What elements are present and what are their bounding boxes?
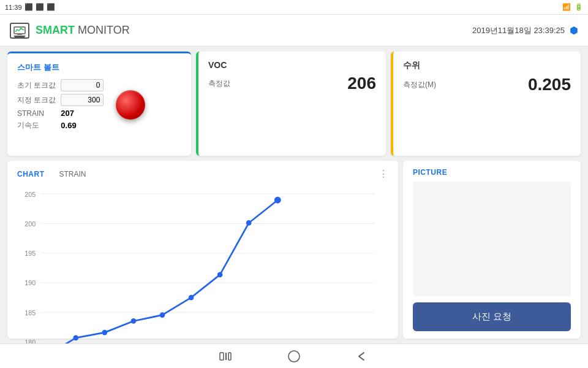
svg-text:205: 205: [24, 191, 36, 198]
chart-header-left: CHART STRAIN: [17, 170, 86, 178]
bolt-card: 스마트 볼트 초기 토크값 지정 토크값 STRAIN 207 기속도 0.69: [7, 52, 191, 156]
picture-card: PICTURE 사진 요청: [403, 161, 581, 339]
chart-strain-label: STRAIN: [59, 170, 86, 178]
bluetooth-icon: ⬢: [570, 25, 578, 36]
status-icon-1: ⬛: [24, 3, 33, 11]
svg-point-26: [131, 318, 137, 324]
picture-label: PICTURE: [413, 168, 571, 177]
nav-menu-button[interactable]: [216, 347, 235, 366]
strain-label: STRAIN: [17, 109, 56, 118]
chart-header: CHART STRAIN ⋮: [17, 168, 388, 180]
chart-menu-icon[interactable]: ⋮: [379, 168, 388, 180]
svg-point-24: [73, 335, 78, 340]
voc-meas-value: 206: [347, 74, 376, 93]
datetime-text: 2019년11월18일 23:39:25: [472, 25, 565, 36]
voc-title: VOC: [208, 60, 376, 70]
nav-back-button[interactable]: [353, 347, 372, 366]
accel-value: 0.69: [61, 121, 104, 130]
water-title: 수위: [403, 60, 571, 71]
svg-point-29: [217, 272, 223, 277]
target-torque-label: 지정 토크값: [17, 95, 56, 105]
red-button[interactable]: [116, 90, 145, 120]
initial-torque-input[interactable]: [61, 79, 104, 91]
svg-text:190: 190: [24, 279, 36, 286]
app-title: SMART MONITOR: [36, 24, 130, 37]
status-right: 📶 🔋: [562, 3, 583, 11]
accel-label: 기속도: [17, 120, 56, 131]
svg-text:195: 195: [24, 250, 36, 257]
svg-rect-32: [220, 353, 224, 360]
svg-point-28: [189, 295, 194, 301]
svg-text:180: 180: [24, 339, 36, 343]
chart-svg: 205 200 195 190 185 180 175: [17, 185, 388, 343]
strain-value: 207: [61, 109, 104, 118]
header: SMART MONITOR 2019년11월18일 23:39:25 ⬢: [0, 15, 588, 47]
status-bar: 11:39 ⬛ ⬛ ⬛ 📶 🔋: [0, 0, 588, 15]
photo-request-button[interactable]: 사진 요청: [413, 302, 571, 331]
svg-point-31: [274, 197, 281, 204]
initial-torque-label: 초기 토크값: [17, 80, 56, 91]
title-smart: SMART: [36, 24, 75, 36]
main-content: 스마트 볼트 초기 토크값 지정 토크값 STRAIN 207 기속도 0.69: [0, 47, 588, 343]
water-measurement: 측정값(M) 0.205: [403, 75, 571, 94]
target-torque-input[interactable]: [61, 94, 104, 106]
voc-measurement: 측정값 206: [208, 74, 376, 93]
picture-area: [413, 182, 571, 296]
nav-bar: [0, 343, 588, 368]
svg-rect-33: [225, 353, 227, 360]
bolt-card-title: 스마트 볼트: [17, 62, 181, 73]
battery-icon: 🔋: [575, 3, 583, 11]
title-monitor: MONITOR: [75, 24, 130, 36]
header-datetime: 2019년11월18일 23:39:25 ⬢: [472, 25, 578, 36]
svg-point-30: [246, 220, 252, 226]
chart-card: CHART STRAIN ⋮ 205 200 195 190 185 180 1…: [7, 161, 398, 339]
wifi-icon: 📶: [562, 3, 571, 11]
water-meas-label: 측정값(M): [403, 80, 436, 90]
svg-point-35: [288, 351, 300, 362]
header-left: SMART MONITOR: [10, 23, 130, 39]
app-icon: [10, 23, 29, 39]
cards-row: 스마트 볼트 초기 토크값 지정 토크값 STRAIN 207 기속도 0.69: [7, 52, 581, 156]
voc-card: VOC 측정값 206: [196, 52, 386, 156]
svg-point-25: [102, 330, 108, 335]
bolt-grid: 초기 토크값 지정 토크값 STRAIN 207 기속도 0.69: [17, 79, 108, 131]
status-time: 11:39: [5, 4, 22, 11]
voc-meas-label: 측정값: [208, 79, 230, 89]
nav-home-button[interactable]: [284, 347, 304, 366]
svg-text:200: 200: [24, 220, 36, 228]
svg-point-27: [160, 312, 165, 318]
status-icon-2: ⬛: [36, 3, 44, 11]
svg-text:185: 185: [24, 309, 36, 316]
water-meas-value: 0.205: [528, 75, 571, 94]
svg-rect-34: [228, 353, 231, 360]
bottom-row: CHART STRAIN ⋮ 205 200 195 190 185 180 1…: [7, 161, 581, 339]
status-icon-3: ⬛: [47, 3, 55, 11]
water-card: 수위 측정값(M) 0.205: [391, 52, 581, 156]
chart-label: CHART: [17, 170, 45, 178]
chart-area: 205 200 195 190 185 180 175: [17, 185, 388, 343]
status-left: 11:39 ⬛ ⬛ ⬛: [5, 3, 55, 11]
